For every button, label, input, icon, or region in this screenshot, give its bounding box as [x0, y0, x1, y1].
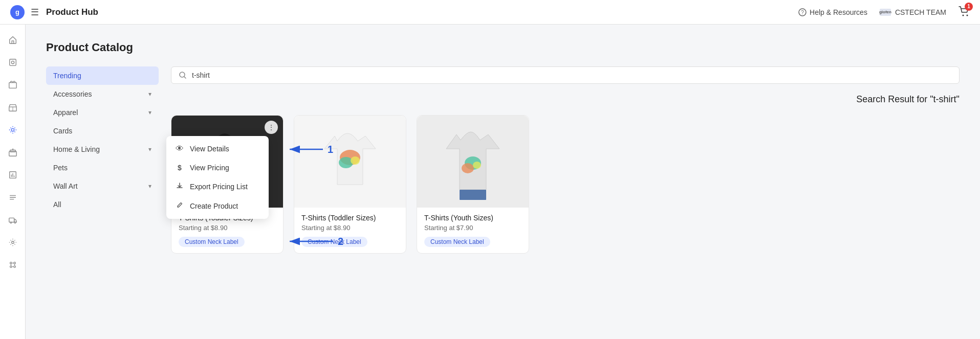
category-item-accessories[interactable]: Accessories ▾	[46, 85, 159, 103]
team-name: CSTECH TEAM	[895, 8, 946, 16]
main-content: Product Catalog Trending Accessories ▾ A…	[26, 25, 980, 339]
sidebar-item-settings[interactable]	[4, 233, 22, 252]
product-price-3: Starting at $7.90	[424, 224, 521, 232]
context-menu: 👁 View Details $ View Pricing Export Pri…	[166, 136, 269, 219]
product-grid: ⋮ T-Shirts (Toddler Sizes) Starting at $…	[171, 115, 960, 254]
download-icon	[175, 182, 185, 191]
context-menu-view-pricing[interactable]: $ View Pricing	[166, 159, 269, 177]
sidebar-item-integrations[interactable]	[4, 256, 22, 274]
search-icon	[179, 71, 187, 79]
context-menu-export-pricing[interactable]: Export Pricing List	[166, 177, 269, 196]
topbar-right: ? Help & Resources glofen CSTECH TEAM 1	[798, 6, 970, 19]
sidebar-item-design[interactable]	[4, 121, 22, 139]
sidebar	[0, 25, 26, 339]
eye-icon: 👁	[175, 144, 185, 153]
logo-letter: g	[15, 8, 19, 16]
product-card-body-2: T-Shirts (Toddler Sizes) Starting at $8.…	[294, 208, 406, 253]
sidebar-item-reports[interactable]	[4, 166, 22, 184]
svg-point-13	[10, 222, 12, 223]
help-label: Help & Resources	[810, 8, 867, 16]
product-name-2: T-Shirts (Toddler Sizes)	[301, 214, 399, 222]
product-price-2: Starting at $8.90	[301, 224, 399, 232]
svg-point-32	[462, 163, 474, 173]
product-image-3	[417, 116, 529, 208]
sidebar-item-shipping[interactable]	[4, 211, 22, 229]
sidebar-item-products[interactable]	[4, 76, 22, 94]
catalog-layout: Trending Accessories ▾ Apparel ▾ Cards H…	[46, 66, 960, 254]
category-item-apparel[interactable]: Apparel ▾	[46, 103, 159, 122]
category-panel: Trending Accessories ▾ Apparel ▾ Cards H…	[46, 66, 159, 254]
category-label: Wall Art	[53, 182, 78, 190]
search-input[interactable]	[192, 71, 952, 79]
category-item-pets[interactable]: Pets	[46, 159, 159, 177]
category-label: Home & Living	[53, 145, 100, 153]
category-item-cards[interactable]: Cards	[46, 122, 159, 140]
logo: g	[10, 5, 25, 19]
svg-rect-6	[9, 83, 16, 88]
context-menu-export-pricing-label: Export Pricing List	[190, 183, 248, 191]
sidebar-item-orders[interactable]	[4, 53, 22, 72]
search-bar	[171, 66, 960, 84]
svg-rect-4	[9, 59, 16, 66]
category-item-wall-art[interactable]: Wall Art ▾	[46, 177, 159, 195]
sidebar-item-home[interactable]	[4, 31, 22, 49]
svg-point-5	[11, 61, 14, 63]
chevron-down-icon: ▾	[148, 109, 151, 116]
help-resources-link[interactable]: ? Help & Resources	[798, 8, 867, 16]
svg-point-17	[13, 262, 15, 264]
category-label: Trending	[53, 72, 81, 80]
product-card-1: ⋮ T-Shirts (Toddler Sizes) Starting at $…	[171, 115, 284, 254]
chevron-down-icon: ▾	[148, 146, 151, 153]
sidebar-item-list[interactable]	[4, 188, 22, 207]
context-menu-view-details-label: View Details	[190, 145, 229, 153]
svg-point-33	[473, 162, 481, 169]
search-result-title: Search Result for "t-shirt"	[171, 94, 960, 105]
category-label: Apparel	[53, 108, 78, 117]
category-item-trending[interactable]: Trending	[46, 66, 159, 85]
context-menu-view-details[interactable]: 👁 View Details	[166, 139, 269, 159]
category-label: Cards	[53, 127, 72, 135]
category-item-home-living[interactable]: Home & Living ▾	[46, 140, 159, 159]
category-item-all[interactable]: All	[46, 195, 159, 214]
category-label: Pets	[53, 164, 68, 172]
sidebar-item-gifts[interactable]	[4, 143, 22, 162]
svg-point-3	[967, 14, 968, 16]
category-label: All	[53, 200, 61, 209]
svg-point-30	[351, 156, 360, 165]
svg-point-15	[11, 241, 14, 244]
svg-point-2	[963, 14, 964, 16]
context-menu-view-pricing-label: View Pricing	[190, 164, 229, 172]
context-menu-trigger[interactable]: ⋮	[265, 121, 278, 134]
svg-point-18	[10, 266, 12, 268]
product-card-2: T-Shirts (Toddler Sizes) Starting at $8.…	[294, 115, 406, 254]
menu-toggle-icon[interactable]: ☰	[31, 7, 39, 18]
context-menu-create-product-label: Create Product	[190, 202, 238, 210]
topbar: g ☰ Product Hub ? Help & Resources glofe…	[0, 0, 980, 25]
custom-neck-badge-2: Custom Neck Label	[301, 237, 367, 247]
svg-point-16	[10, 262, 12, 264]
svg-rect-12	[9, 218, 14, 222]
content-area: Search Result for "t-shirt" ⋮	[171, 66, 960, 254]
page-title: Product Catalog	[46, 41, 960, 54]
product-name-3: T-Shirts (Youth Sizes)	[424, 214, 521, 222]
sidebar-item-store[interactable]	[4, 98, 22, 117]
category-label: Accessories	[53, 90, 92, 98]
custom-neck-badge-1: Custom Neck Label	[179, 237, 245, 247]
context-menu-create-product[interactable]: Create Product	[166, 196, 269, 216]
edit-icon	[175, 201, 185, 211]
product-price-1: Starting at $8.90	[179, 224, 276, 232]
team-avatar: glofen	[880, 9, 891, 16]
help-icon: ?	[798, 8, 807, 16]
svg-point-19	[13, 266, 15, 268]
chevron-down-icon: ▾	[148, 183, 151, 190]
product-tshirt-youth	[442, 123, 504, 200]
custom-neck-badge-3: Custom Neck Label	[424, 237, 490, 247]
team-info: glofen CSTECH TEAM	[880, 8, 946, 16]
svg-rect-10	[10, 150, 15, 152]
dollar-icon: $	[175, 164, 185, 172]
svg-text:?: ?	[801, 10, 804, 15]
svg-point-14	[14, 222, 16, 223]
svg-point-8	[11, 128, 14, 131]
cart-button[interactable]: 1	[959, 6, 970, 19]
chevron-down-icon: ▾	[148, 91, 151, 98]
